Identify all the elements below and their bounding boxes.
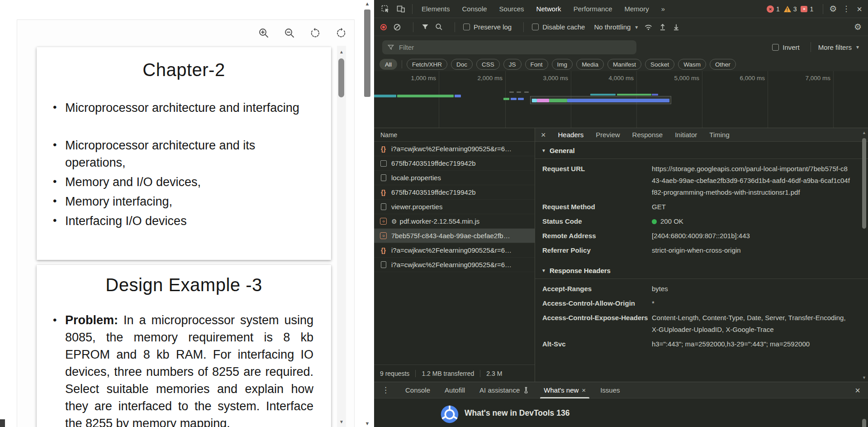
tab-sources[interactable]: Sources — [499, 5, 524, 13]
close-details-icon[interactable]: × — [541, 131, 546, 139]
zoom-out-button[interactable] — [283, 26, 296, 40]
bullet-item: •Memory interfacing, — [65, 193, 304, 210]
request-row[interactable]: locale.properties — [374, 171, 535, 185]
close-tab-icon[interactable]: × — [582, 386, 586, 394]
general-section-header[interactable]: ▼ General — [535, 142, 868, 159]
disable-cache-checkbox[interactable]: Disable cache — [532, 23, 585, 31]
drawer-tab-whats-new[interactable]: What's new × — [544, 382, 586, 398]
tab-performance[interactable]: Performance — [574, 5, 612, 13]
scroll-up-icon[interactable]: ▲ — [862, 130, 866, 135]
search-network-button[interactable] — [435, 23, 443, 31]
tab-timing[interactable]: Timing — [709, 128, 729, 142]
warning-badge[interactable]: ! 3 — [784, 5, 797, 13]
network-settings-gear-icon[interactable]: ⚙ — [854, 23, 862, 31]
tab-response[interactable]: Response — [632, 128, 663, 142]
scroll-up-icon[interactable]: ▲ — [362, 1, 372, 6]
request-row[interactable]: viewer.properties — [374, 200, 535, 214]
divider — [413, 22, 413, 32]
scroll-down-icon[interactable]: ▼ — [862, 375, 866, 380]
drawer-tab-ai-assistance[interactable]: AI assistance — [479, 382, 529, 398]
devtools-menu-icon[interactable]: ⋮ — [841, 4, 851, 14]
error-badge[interactable]: × 1 — [767, 5, 780, 13]
preserve-log-checkbox[interactable]: Preserve log — [463, 23, 512, 31]
request-row[interactable]: ‹› ⚙ pdf.worker-2.12.554.min.js — [374, 214, 535, 229]
request-row[interactable]: {} i?a=cwjkwc%2Felearning090525&r=6… — [374, 142, 535, 156]
chip-font[interactable]: Font — [525, 59, 548, 70]
rotate-clockwise-button[interactable] — [334, 26, 348, 40]
whats-new-title[interactable]: What's new in DevTools 136 — [465, 408, 569, 418]
filter-input-wrapper — [382, 40, 636, 54]
script-icon: ‹› — [379, 232, 387, 240]
scroll-down-icon[interactable]: ▼ — [362, 421, 372, 426]
network-overview-timeline[interactable]: 1,000 ms 2,000 ms 3,000 ms 4,000 ms 5,00… — [374, 71, 868, 128]
bullet-item: •Microprocessor architecture and interfa… — [65, 99, 304, 116]
tab-headers[interactable]: Headers — [558, 128, 584, 142]
chip-all[interactable]: All — [379, 59, 397, 70]
invert-filter-checkbox[interactable]: Invert — [772, 43, 800, 51]
checkbox-icon[interactable] — [532, 24, 539, 30]
header-row: Referrer Policy strict-origin-when-cross… — [535, 243, 868, 258]
checkbox-icon[interactable] — [463, 24, 470, 30]
fetch-icon: {} — [379, 145, 387, 153]
chip-fetch-xhr[interactable]: Fetch/XHR — [407, 59, 447, 70]
request-row[interactable]: {} 675fb7403519ffdec719942b — [374, 185, 535, 200]
transferred-size: 1.2 MB transferred — [422, 370, 474, 377]
divider — [415, 370, 416, 377]
clear-network-log-button[interactable] — [393, 23, 401, 31]
header-row: Alt-Svc h3=":443"; ma=2592000,h3-29=":44… — [535, 337, 868, 351]
request-row[interactable]: i?a=cwjkwc%2Felearning090525&r=6… — [374, 258, 535, 272]
drawer-scrollbar-thumb[interactable] — [862, 419, 866, 427]
pdf-scrollbar-thumb[interactable] — [338, 58, 344, 97]
chip-socket[interactable]: Socket — [645, 59, 674, 70]
request-row-selected[interactable]: ‹› 7beb575f-c843-4aeb-99ae-cbefae2fb… — [374, 229, 535, 243]
inspect-element-button[interactable] — [379, 3, 391, 15]
more-filters-button[interactable]: More filters ▾ — [818, 43, 859, 51]
drawer-tab-console[interactable]: Console — [405, 382, 430, 398]
tab-elements[interactable]: Elements — [422, 5, 450, 13]
more-tabs-icon[interactable]: » — [661, 5, 665, 13]
filter-toggle-button[interactable] — [422, 24, 429, 30]
throttling-select[interactable]: No throttling ▾ — [594, 23, 638, 31]
header-row: Status Code 200 OK — [535, 214, 868, 229]
tab-network[interactable]: Network — [536, 5, 561, 13]
close-devtools-icon[interactable]: × — [855, 5, 863, 14]
request-row[interactable]: 675fb7403519ffdec719942b — [374, 156, 535, 171]
problem-text: In a microprocessor system using 8085, t… — [65, 313, 313, 427]
chip-media[interactable]: Media — [576, 59, 604, 70]
chip-js[interactable]: JS — [503, 59, 522, 70]
chip-manifest[interactable]: Manifest — [607, 59, 641, 70]
status-ok-dot — [652, 219, 657, 224]
settings-gear-icon[interactable]: ⚙ — [829, 5, 837, 13]
close-drawer-icon[interactable]: × — [854, 386, 862, 395]
scroll-up-icon[interactable]: ▲ — [337, 49, 346, 54]
filter-input[interactable] — [398, 43, 631, 52]
tab-memory[interactable]: Memory — [625, 5, 649, 13]
response-headers-section-header[interactable]: ▼ Response Headers — [535, 262, 868, 279]
details-scrollbar-thumb[interactable] — [862, 138, 866, 229]
rotate-counterclockwise-button[interactable] — [308, 26, 322, 40]
chip-doc[interactable]: Doc — [451, 59, 473, 70]
chip-other[interactable]: Other — [710, 59, 736, 70]
download-arrow-icon — [673, 23, 680, 31]
tab-preview[interactable]: Preview — [596, 128, 620, 142]
tab-console[interactable]: Console — [462, 5, 487, 13]
chip-img[interactable]: Img — [552, 59, 573, 70]
drawer-tab-issues[interactable]: Issues — [600, 382, 620, 398]
chip-wasm[interactable]: Wasm — [678, 59, 706, 70]
record-network-log-button[interactable] — [380, 24, 387, 30]
chip-css[interactable]: CSS — [476, 59, 500, 70]
checkbox-icon[interactable] — [772, 44, 779, 51]
request-row[interactable]: {} i?a=cwjkwc%2Felearning090525&r=6… — [374, 243, 535, 258]
device-toolbar-button[interactable] — [395, 3, 407, 15]
drawer-tab-autofill[interactable]: Autofill — [445, 382, 465, 398]
zoom-in-button[interactable] — [257, 26, 270, 40]
drawer-menu-icon[interactable]: ⋮ — [380, 385, 391, 395]
issues-badge[interactable]: × 1 — [801, 5, 813, 13]
export-har-button[interactable] — [673, 23, 680, 31]
name-column-header[interactable]: Name — [374, 128, 535, 142]
scroll-down-icon[interactable]: ▼ — [337, 419, 346, 424]
import-har-button[interactable] — [659, 23, 666, 31]
tab-initiator[interactable]: Initiator — [675, 128, 697, 142]
network-conditions-button[interactable] — [644, 24, 653, 31]
browser-scrollbar-thumb[interactable] — [364, 10, 370, 97]
